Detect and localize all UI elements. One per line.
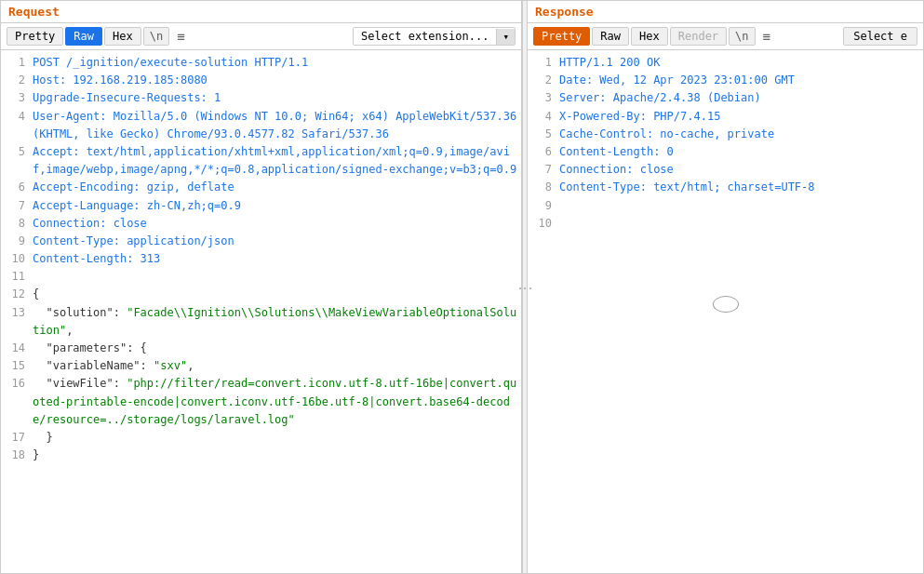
line-3: 3 Upgrade-Insecure-Requests: 1	[1, 89, 521, 107]
response-tab-pretty[interactable]: Pretty	[533, 27, 590, 46]
request-tab-newline[interactable]: \n	[143, 27, 169, 46]
line-6: 6 Accept-Encoding: gzip, deflate	[1, 179, 521, 196]
line-17: 17 }	[1, 429, 521, 447]
response-header: Response	[528, 1, 923, 23]
response-tab-newline[interactable]: \n	[729, 27, 755, 46]
resp-line-7: 7 Connection: close	[528, 161, 923, 179]
line-18: 18 }	[1, 447, 521, 464]
select-extension-label: Select extension...	[354, 28, 496, 45]
response-select-button[interactable]: Select e	[843, 27, 917, 46]
resp-line-5: 5 Cache-Control: no-cache, private	[528, 126, 923, 143]
select-extension-arrow-icon: ▾	[496, 29, 515, 45]
request-panel: Request Pretty Raw Hex \n ≡ Select exten…	[1, 1, 522, 573]
line-12: 12 {	[1, 286, 521, 303]
resp-line-3: 3 Server: Apache/2.4.38 (Debian)	[528, 89, 923, 107]
request-toolbar: Pretty Raw Hex \n ≡ Select extension... …	[1, 23, 521, 50]
response-title: Response	[535, 5, 594, 19]
empty-oval-icon	[713, 296, 739, 313]
line-7: 7 Accept-Language: zh-CN,zh;q=0.9	[1, 197, 521, 215]
resp-line-2: 2 Date: Wed, 12 Apr 2023 23:01:00 GMT	[528, 72, 923, 89]
request-title: Request	[8, 5, 60, 19]
line-14: 14 "parameters": {	[1, 340, 521, 357]
line-15: 15 "variableName": "sxv",	[1, 357, 521, 375]
line-4: 4 User-Agent: Mozilla/5.0 (Windows NT 10…	[1, 108, 521, 143]
line-2: 2 Host: 192.168.219.185:8080	[1, 72, 521, 89]
resp-line-1: 1 HTTP/1.1 200 OK	[528, 54, 923, 72]
response-empty-indicator	[528, 288, 923, 320]
request-select-extension[interactable]: Select extension... ▾	[353, 27, 516, 46]
request-content: 1 POST /_ignition/execute-solution HTTP/…	[1, 50, 521, 573]
response-tab-hex[interactable]: Hex	[631, 27, 668, 46]
line-8: 8 Connection: close	[1, 215, 521, 233]
request-tab-pretty[interactable]: Pretty	[7, 27, 63, 46]
request-header: Request	[1, 1, 521, 23]
resp-line-10: 10	[528, 215, 923, 233]
line-1: 1 POST /_ignition/execute-solution HTTP/…	[1, 54, 521, 72]
resp-line-4: 4 X-Powered-By: PHP/7.4.15	[528, 108, 923, 126]
response-toolbar: Pretty Raw Hex Render \n ≡ Select e	[528, 23, 923, 50]
line-11: 11	[1, 268, 521, 286]
line-5: 5 Accept: text/html,application/xhtml+xm…	[1, 143, 521, 179]
line-10: 10 Content-Length: 313	[1, 250, 521, 268]
line-13: 13 "solution": "Facade\\Ignition\\Soluti…	[1, 304, 521, 340]
request-menu-icon[interactable]: ≡	[171, 27, 190, 46]
line-16: 16 "viewFile": "php://filter/read=conver…	[1, 375, 521, 429]
line-9: 9 Content-Type: application/json	[1, 233, 521, 250]
resp-line-9: 9	[528, 197, 923, 215]
resp-line-8: 8 Content-Type: text/html; charset=UTF-8	[528, 179, 923, 196]
response-tab-raw[interactable]: Raw	[592, 27, 629, 46]
request-tab-raw[interactable]: Raw	[65, 27, 102, 46]
response-menu-icon[interactable]: ≡	[757, 27, 776, 46]
response-tab-render[interactable]: Render	[670, 27, 727, 46]
request-tab-hex[interactable]: Hex	[104, 27, 141, 46]
resp-line-6: 6 Content-Length: 0	[528, 143, 923, 161]
response-panel: Response Pretty Raw Hex Render \n ≡ Sele…	[528, 1, 923, 573]
response-content: 1 HTTP/1.1 200 OK 2 Date: Wed, 12 Apr 20…	[528, 50, 923, 573]
